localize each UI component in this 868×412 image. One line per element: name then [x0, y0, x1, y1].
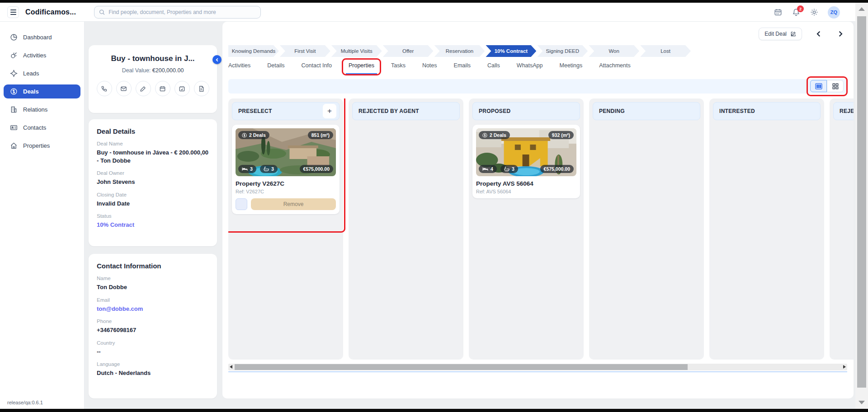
beds-badge: 4 — [479, 165, 497, 173]
email-button[interactable] — [116, 81, 132, 96]
sidebar-item-properties[interactable]: Properties — [4, 139, 80, 153]
sidebar-item-label: Dashboard — [23, 34, 52, 41]
property-card-avs56064[interactable]: 2 Deals 932 (m²) 4 3 €575,000.0 — [472, 125, 580, 198]
next-deal-button[interactable] — [835, 29, 845, 39]
app-window: Codificamos... 2 ZQ Dashboard — [0, 3, 868, 409]
field-label: Email — [97, 297, 209, 303]
schedule-check-button[interactable] — [175, 81, 190, 96]
contact-name-value: Ton Dobbe — [97, 283, 209, 291]
deal-owner-value: John Stevens — [97, 178, 209, 186]
beds-count: 3 — [250, 166, 253, 172]
scroll-up-arrow-icon[interactable] — [859, 7, 865, 11]
board-horizontal-scrollbar[interactable] — [228, 364, 847, 370]
contact-info-card: Contact Information NameTon Dobbe Emailt… — [89, 254, 217, 398]
scroll-down-arrow-icon[interactable] — [859, 401, 865, 404]
vertical-scroll-thumb[interactable] — [857, 16, 866, 388]
column-header: INTERESTED — [713, 102, 821, 120]
contact-country-value: -- — [97, 348, 209, 356]
chevron-right-icon — [837, 31, 844, 37]
board-bottom-border — [228, 371, 847, 372]
property-card-v2627c[interactable]: 2 Deals 851 (m²) 3 3 €575,000.0 — [232, 125, 340, 214]
release-version: release/qa:0.6.1 — [7, 400, 43, 405]
stage-signing-deed[interactable]: Signing DEED — [537, 45, 588, 57]
edit-square-icon — [790, 31, 796, 37]
deal-value-amount: €200,000.00 — [152, 67, 184, 74]
deal-summary-card: Buy - townhouse in J... Deal Value: €200… — [89, 45, 217, 113]
sidebar-item-dashboard[interactable]: Dashboard — [4, 30, 80, 44]
contact-email-link[interactable]: ton@dobbe.com — [97, 305, 209, 313]
tab-meetings[interactable]: Meetings — [560, 62, 583, 74]
tab-properties[interactable]: Properties — [349, 62, 374, 74]
scroll-left-arrow-icon[interactable] — [230, 365, 232, 369]
sidebar-item-activities[interactable]: Activities — [4, 48, 80, 62]
add-property-button[interactable]: + — [323, 104, 336, 118]
field-label: Name — [97, 276, 209, 281]
search-input[interactable] — [108, 9, 256, 15]
contacts-card-icon — [10, 124, 18, 131]
stage-lost[interactable]: Lost — [640, 45, 691, 57]
collapse-panel-button[interactable] — [212, 55, 222, 64]
stage-knowing-demands[interactable]: Knowing Demands — [228, 45, 279, 57]
sidebar-item-label: Activities — [23, 52, 46, 59]
calendar-button[interactable] — [155, 81, 170, 96]
property-name: Property AVS 56064 — [476, 180, 576, 187]
tab-emails[interactable]: Emails — [454, 62, 471, 74]
dollar-circle-icon — [242, 133, 247, 138]
window-vertical-scrollbar[interactable] — [855, 3, 868, 409]
calendar-icon[interactable] — [774, 8, 783, 17]
area-badge: 932 (m²) — [548, 131, 574, 139]
board-toolbar — [228, 79, 847, 94]
baths-count: 3 — [271, 166, 274, 172]
deal-actions — [95, 81, 211, 96]
previous-deal-button[interactable] — [814, 29, 824, 39]
edit-deal-button[interactable]: Edit Deal — [759, 28, 802, 40]
tab-activities[interactable]: Activities — [228, 62, 250, 74]
column-header: PRESELECT + — [232, 102, 340, 120]
tab-notes[interactable]: Notes — [422, 62, 437, 74]
sidebar-item-contacts[interactable]: Contacts — [4, 121, 80, 135]
settings-gear-icon[interactable] — [810, 8, 819, 17]
stage-won[interactable]: Won — [589, 45, 639, 57]
sidebar: Dashboard Activities Leads Deals Relatio… — [0, 22, 85, 409]
kanban-view-button[interactable] — [810, 80, 827, 92]
tab-contact-info[interactable]: Contact Info — [302, 62, 332, 74]
stage-10-contract[interactable]: 10% Contract — [486, 45, 536, 57]
tab-calls[interactable]: Calls — [487, 62, 500, 74]
sidebar-item-relations[interactable]: Relations — [4, 103, 80, 117]
scroll-right-arrow-icon[interactable] — [843, 365, 846, 369]
file-icon — [198, 85, 205, 92]
closing-date-value: Invalid Date — [97, 200, 209, 208]
grid-view-button[interactable] — [827, 80, 844, 92]
notifications-bell-icon[interactable]: 2 — [792, 8, 801, 17]
sidebar-item-leads[interactable]: Leads — [4, 66, 80, 80]
column-title: PRESELECT — [238, 108, 323, 114]
main-area: Buy - townhouse in J... Deal Value: €200… — [85, 22, 855, 409]
tab-details[interactable]: Details — [267, 62, 284, 74]
sidebar-item-deals[interactable]: Deals — [4, 84, 80, 98]
property-select-checkbox[interactable] — [236, 198, 247, 210]
user-avatar[interactable]: ZQ — [828, 6, 840, 19]
hamburger-menu-icon[interactable] — [7, 6, 19, 18]
tab-whatsapp[interactable]: WhatsApp — [517, 62, 543, 74]
column-proposed: PROPOSED — [469, 98, 584, 360]
tab-tasks[interactable]: Tasks — [391, 62, 406, 74]
stage-offer[interactable]: Offer — [383, 45, 434, 57]
document-button[interactable] — [194, 81, 209, 96]
edit-pencil-button[interactable] — [136, 81, 151, 96]
sidebar-item-label: Relations — [23, 106, 47, 113]
stage-reservation[interactable]: Reservation — [434, 45, 485, 57]
pipeline-stages: Knowing Demands First Visit Multiple Vis… — [228, 45, 692, 57]
leads-diamond-icon — [10, 70, 18, 77]
column-title: PENDING — [599, 108, 697, 114]
view-toggle — [810, 80, 844, 92]
column-rejected-by-agent: REJECTED BY AGENT — [349, 98, 463, 360]
stage-first-visit[interactable]: First Visit — [280, 45, 330, 57]
horizontal-scroll-thumb[interactable] — [235, 364, 688, 370]
stage-multiple-visits[interactable]: Multiple Visits — [331, 45, 382, 57]
remove-property-button[interactable]: Remove — [251, 198, 336, 210]
tab-attachments[interactable]: Attachments — [599, 62, 630, 74]
content-header-actions: Edit Deal — [759, 28, 845, 40]
grid-icon — [832, 83, 839, 89]
call-button[interactable] — [97, 81, 112, 96]
global-search[interactable] — [94, 6, 261, 19]
